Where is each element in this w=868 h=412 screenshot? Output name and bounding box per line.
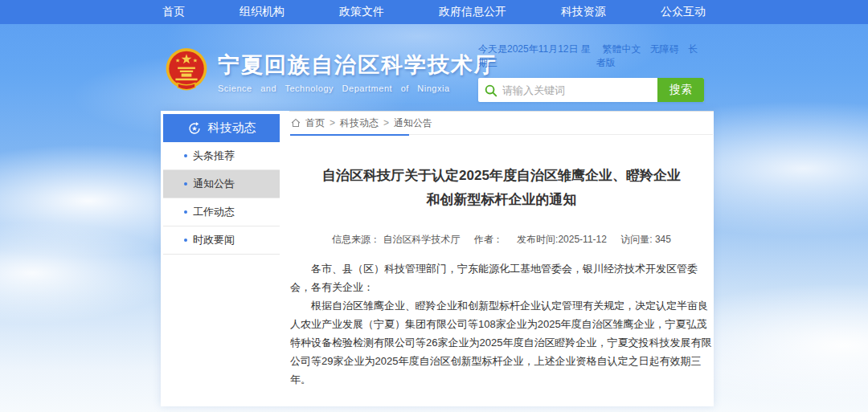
meta-author: 作者： — [474, 234, 503, 245]
search-button[interactable]: 搜索 — [657, 78, 704, 102]
search-bar: 搜索 — [478, 78, 704, 102]
sidebar-header: 科技动态 — [163, 114, 280, 142]
home-icon — [290, 117, 301, 128]
breadcrumb-separator: > — [383, 117, 389, 128]
sidebar-title: 科技动态 — [208, 120, 256, 136]
current-date: 今天是2025年11月12日 星期三 — [478, 43, 596, 70]
breadcrumb-separator: > — [330, 117, 335, 128]
sidebar-item-label: 头条推荐 — [193, 149, 235, 163]
article-paragraph: 各市、县（区）科技管理部门，宁东能源化工基地管委会，银川经济技术开发区管委会，各… — [290, 259, 713, 296]
page: 首页 组织机构 政策文件 政府信息公开 科技资源 公众互动 宁夏回族自治区科学技… — [0, 0, 868, 412]
article-meta: 信息来源： 自治区科学技术厅 作者： 发布时间:2025-11-12 访问量: … — [290, 233, 713, 247]
nav-item-resources[interactable]: 科技资源 — [561, 5, 606, 19]
top-nav: 首页 组织机构 政策文件 政府信息公开 科技资源 公众互动 — [0, 0, 868, 24]
site-brand: 宁夏回族自治区科学技术厅 Science and Technology Depa… — [163, 47, 497, 96]
breadcrumb-notices[interactable]: 通知公告 — [394, 116, 432, 130]
article-title: 自治区科技厅关于认定2025年度自治区雏鹰企业、瞪羚企业 和创新型标杆企业的通知 — [290, 164, 713, 212]
sidebar-item-work-trends[interactable]: 工作动态 — [163, 198, 280, 226]
sidebar: 科技动态 头条推荐 通知公告 工作动态 时政要闻 — [163, 114, 280, 406]
sidebar-item-label: 时政要闻 — [193, 233, 235, 247]
bullet-icon — [184, 154, 187, 157]
sidebar-item-headlines[interactable]: 头条推荐 — [163, 142, 280, 170]
meta-source: 信息来源： 自治区科学技术厅 — [332, 234, 460, 245]
meta-views: 访问量: 345 — [620, 234, 671, 245]
bullet-icon — [184, 239, 187, 242]
nav-item-gov-info[interactable]: 政府信息公开 — [439, 5, 506, 19]
breadcrumb-tech-news[interactable]: 科技动态 — [340, 116, 379, 130]
sidebar-item-notices[interactable]: 通知公告 — [163, 170, 280, 198]
sidebar-item-label: 通知公告 — [193, 177, 235, 191]
breadcrumb-home[interactable]: 首页 — [305, 116, 325, 130]
breadcrumb: 首页 > 科技动态 > 通知公告 — [290, 112, 713, 135]
article-paragraph: 根据自治区雏鹰企业、瞪羚企业和创新型标杆企业认定管理有关规定，决定认定半亩良人农… — [290, 296, 713, 389]
national-emblem-icon — [163, 47, 210, 96]
nav-item-home[interactable]: 首页 — [162, 5, 185, 19]
search-icon — [478, 78, 502, 102]
search-input[interactable] — [502, 78, 657, 102]
meta-publish-date: 发布时间:2025-11-12 — [517, 234, 607, 245]
site-subtitle: Science and Technology Department of Nin… — [218, 84, 497, 93]
article-title-line1: 自治区科技厅关于认定2025年度自治区雏鹰企业、瞪羚企业 — [290, 164, 713, 188]
article-body: 各市、县（区）科技管理部门，宁东能源化工基地管委会，银川经济技术开发区管委会，各… — [290, 259, 713, 389]
content-wrapper: 科技动态 头条推荐 通知公告 工作动态 时政要闻 — [161, 111, 714, 406]
nav-item-interaction[interactable]: 公众互动 — [661, 5, 706, 19]
star-circle-icon — [187, 121, 202, 136]
site-title: 宁夏回族自治区科学技术厅 — [218, 51, 497, 80]
breadcrumb-accent-line — [290, 134, 409, 136]
nav-item-organization[interactable]: 组织机构 — [240, 5, 285, 19]
sidebar-item-current-politics[interactable]: 时政要闻 — [163, 226, 280, 255]
sidebar-item-label: 工作动态 — [193, 205, 235, 219]
bullet-icon — [184, 182, 187, 186]
article-title-line2: 和创新型标杆企业的通知 — [290, 188, 713, 212]
header-right: 今天是2025年11月12日 星期三 繁體中文 无障碍 长者版 搜索 — [478, 43, 704, 102]
bullet-icon — [184, 210, 187, 214]
link-traditional-chinese[interactable]: 繁體中文 — [602, 43, 641, 55]
nav-item-policy[interactable]: 政策文件 — [339, 5, 384, 19]
main-content: 首页 > 科技动态 > 通知公告 自治区科技厅关于认定2025年度自治区雏鹰企业… — [289, 111, 714, 406]
link-accessibility[interactable]: 无障碍 — [650, 43, 679, 55]
